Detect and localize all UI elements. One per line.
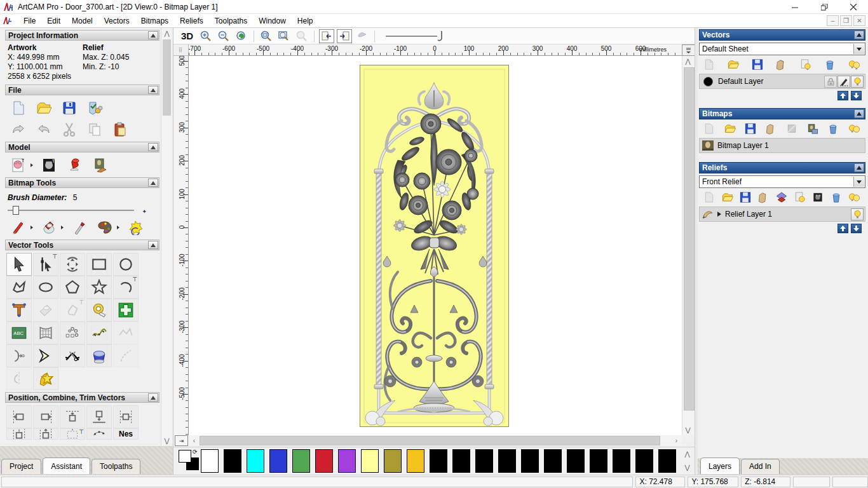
menu-item[interactable]: Vectors xyxy=(98,15,135,27)
vector-sheet-select[interactable]: Default Sheet xyxy=(699,43,865,55)
close-button[interactable] xyxy=(839,0,868,14)
rectangle-tool[interactable] xyxy=(86,253,112,276)
collapse-button[interactable] xyxy=(854,30,864,39)
envelope-tool[interactable] xyxy=(113,322,139,344)
layer-visibility-button[interactable] xyxy=(851,208,864,220)
collapse-button[interactable] xyxy=(854,109,864,118)
merge-relief-button[interactable] xyxy=(756,190,771,204)
text-tool[interactable] xyxy=(6,299,32,322)
menu-item[interactable]: Bitmaps xyxy=(135,15,174,27)
polygon-tool[interactable] xyxy=(60,276,85,299)
new-relief-layer-button[interactable] xyxy=(702,190,717,204)
minimize-button[interactable] xyxy=(780,0,810,14)
scroll-up-button[interactable]: ⋀ xyxy=(682,447,693,461)
colour-swatch[interactable] xyxy=(224,449,241,473)
delete-vector-layer-button[interactable] xyxy=(822,57,837,71)
node-edit-tool[interactable]: ⊤ xyxy=(33,253,58,276)
trim-tool[interactable] xyxy=(60,344,85,367)
scroll-down-button[interactable]: ⋁ xyxy=(682,461,693,474)
colour-swatch[interactable] xyxy=(338,449,356,473)
collapse-button[interactable] xyxy=(148,86,158,94)
ruler-units-button[interactable] xyxy=(682,44,695,56)
open-bitmap-button[interactable] xyxy=(722,121,738,135)
pan-disabled-button[interactable] xyxy=(355,29,370,43)
child-minimize-button[interactable]: – xyxy=(827,15,839,26)
align-right-tool[interactable] xyxy=(33,405,58,428)
menu-item[interactable]: Window xyxy=(253,15,292,27)
center-in-page-tool[interactable] xyxy=(113,405,139,428)
layer-visibility-button[interactable] xyxy=(851,76,864,88)
align-contour-tool[interactable]: ⊤ xyxy=(60,428,85,440)
colour-swatch[interactable] xyxy=(498,449,516,473)
canvas-vertical-scrollbar[interactable]: ⋀ ⋁ xyxy=(682,56,695,435)
align-bottom-tool[interactable] xyxy=(86,405,112,428)
greyscale-relief-button[interactable] xyxy=(810,190,825,204)
align-top-tool[interactable] xyxy=(60,405,85,428)
measure-tool[interactable] xyxy=(86,299,112,322)
align-left-tool[interactable] xyxy=(6,405,32,428)
scatter-tool[interactable] xyxy=(86,428,112,440)
align-h-center-tool[interactable] xyxy=(6,428,32,440)
move-layer-up-button[interactable] xyxy=(837,91,848,100)
combine-relief-button[interactable] xyxy=(774,190,789,204)
colour-swatch[interactable] xyxy=(201,449,219,473)
merge-vector-layers-button[interactable] xyxy=(774,57,789,71)
layer-tab[interactable]: Layers xyxy=(700,458,740,474)
dropdown-arrow-icon[interactable] xyxy=(853,177,864,187)
bitmap-image-button[interactable] xyxy=(805,121,820,135)
polyline-tool[interactable] xyxy=(6,276,32,299)
circle-tool[interactable] xyxy=(113,253,139,276)
paste-cross-tool[interactable] xyxy=(113,299,139,322)
assistant-scrollbar[interactable]: ⋀ ⋁ xyxy=(161,28,172,446)
fillet-tool[interactable] xyxy=(86,344,112,367)
menu-item[interactable]: Help xyxy=(292,15,319,27)
layer-colour-swatch[interactable] xyxy=(703,77,713,86)
expand-arrow-icon[interactable] xyxy=(717,212,721,217)
collapse-button[interactable] xyxy=(148,393,158,402)
zoom-previous-button[interactable] xyxy=(234,29,249,43)
colour-swatch[interactable] xyxy=(384,449,402,473)
text-abc-tool[interactable]: ABC xyxy=(6,322,32,344)
menu-item[interactable]: Reliefs xyxy=(174,15,209,27)
slider-thumb[interactable] xyxy=(13,206,19,215)
scroll-right-button[interactable]: › xyxy=(671,435,682,446)
model-wizard-button[interactable] xyxy=(85,99,104,117)
open-vector-layer-button[interactable] xyxy=(726,57,741,71)
snap-layer-button[interactable] xyxy=(837,76,850,88)
menu-item[interactable]: Model xyxy=(66,15,98,27)
vector-layer-row[interactable]: Default Layer xyxy=(699,74,865,89)
menu-item[interactable]: File xyxy=(18,15,41,27)
star-wizard-tool[interactable] xyxy=(33,367,58,390)
transform-tool[interactable] xyxy=(60,253,85,276)
colour-swatch[interactable] xyxy=(544,449,562,473)
magic-select-button[interactable] xyxy=(126,219,145,236)
move-layer-down-button[interactable] xyxy=(851,224,862,233)
arc-tool[interactable]: ⊤ xyxy=(113,276,139,299)
collapse-button[interactable] xyxy=(148,143,158,151)
redo-button[interactable] xyxy=(34,121,53,139)
relief-layer-row[interactable]: + Relief Layer 1 xyxy=(699,207,865,222)
colour-swatch[interactable] xyxy=(292,449,310,473)
undo-button[interactable] xyxy=(9,121,28,139)
collapse-button[interactable] xyxy=(148,31,158,39)
select-tool[interactable] xyxy=(6,253,32,276)
zoom-selection-button[interactable] xyxy=(259,29,274,43)
ruler-origin-button[interactable]: ⣿ xyxy=(173,44,189,56)
colour-swatch[interactable] xyxy=(567,449,585,473)
new-model-button[interactable] xyxy=(9,99,28,117)
colour-swatch[interactable] xyxy=(658,449,676,473)
block-copy-tool[interactable] xyxy=(60,322,85,344)
zoom-disabled-button[interactable] xyxy=(294,29,309,43)
panel-tab[interactable]: Toolpaths xyxy=(92,459,140,474)
panel-tab[interactable]: Project xyxy=(1,459,41,474)
drawing-canvas[interactable] xyxy=(189,56,682,435)
toggle-visibility-button[interactable] xyxy=(798,57,813,71)
clear-bitmap-button[interactable] xyxy=(784,121,799,135)
cut-button[interactable] xyxy=(60,121,79,139)
save-model-button[interactable] xyxy=(60,99,79,117)
scroll-left-button[interactable]: ‹ xyxy=(189,435,200,446)
ruler-toggle-button[interactable]: ⇥ xyxy=(175,435,188,446)
nesting-tool[interactable]: Nes xyxy=(113,428,139,440)
save-vector-layer-button[interactable] xyxy=(750,57,765,71)
open-model-button[interactable] xyxy=(34,99,53,117)
